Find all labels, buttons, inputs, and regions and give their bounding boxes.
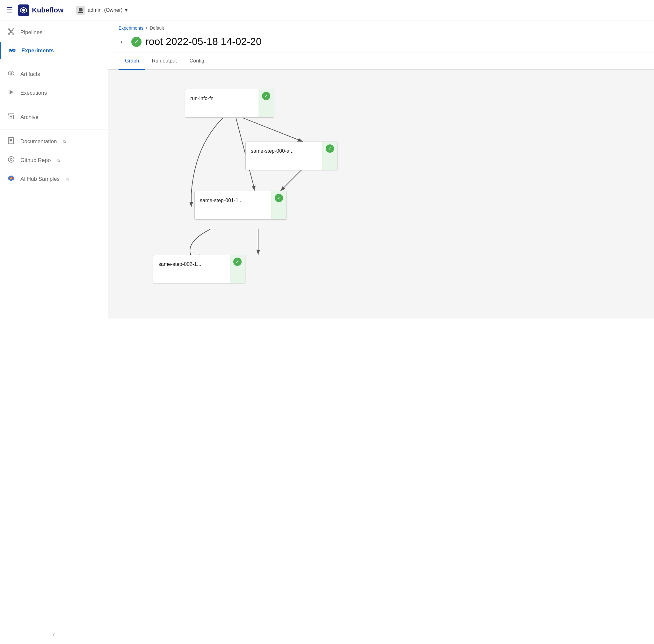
- tab-config[interactable]: Config: [183, 53, 211, 70]
- node-label-same-step-002: same-step-002-1...: [153, 255, 230, 283]
- node-check-same-step-000: ✓: [326, 144, 334, 153]
- sidebar-item-archive-label: Archive: [20, 114, 39, 120]
- svg-line-30: [242, 118, 303, 142]
- svg-line-12: [11, 32, 14, 33]
- node-check-run-info-fn: ✓: [262, 92, 270, 100]
- svg-rect-2: [79, 8, 83, 12]
- external-link-icon-3: ⧉: [66, 177, 69, 181]
- executions-icon: [8, 89, 15, 97]
- logo-icon: [18, 4, 29, 16]
- svg-line-10: [11, 30, 14, 31]
- node-label-run-info-fn: run-info-fn: [185, 89, 258, 117]
- aihub-icon: [8, 175, 15, 183]
- logo-area: Kubeflow: [18, 4, 64, 16]
- user-area[interactable]: admin (Owner) ▾: [76, 6, 127, 15]
- status-success-icon: ✓: [131, 37, 141, 47]
- hamburger-icon[interactable]: ☰: [6, 6, 13, 14]
- chevron-icon: ▾: [125, 7, 127, 13]
- sidebar-item-executions-label: Executions: [20, 90, 47, 96]
- graph-node-same-step-002[interactable]: same-step-002-1... ✓: [153, 255, 246, 283]
- graph-node-same-step-000[interactable]: same-step-000-a... ✓: [246, 142, 338, 170]
- experiments-icon: [8, 47, 16, 54]
- graph-area: run-info-fn ✓ same-step-000-a... ✓ same-…: [108, 70, 654, 319]
- svg-line-11: [9, 32, 11, 33]
- svg-rect-3: [78, 12, 83, 13]
- svg-line-9: [9, 30, 11, 31]
- external-link-icon: ⧉: [63, 139, 66, 144]
- user-role: (Owner): [104, 7, 123, 13]
- svg-point-25: [10, 159, 12, 160]
- svg-line-32: [280, 169, 303, 191]
- user-icon: [76, 6, 85, 15]
- page-header: ← ✓ root 2022-05-18 14-02-20: [108, 33, 654, 53]
- node-label-same-step-001: same-step-001-1...: [195, 191, 271, 219]
- back-button[interactable]: ←: [119, 37, 127, 47]
- svg-point-8: [13, 33, 14, 34]
- sidebar-divider-1: [0, 62, 108, 62]
- tabs: Graph Run output Config: [108, 53, 654, 70]
- sidebar-item-experiments[interactable]: Experiments: [0, 42, 108, 59]
- sidebar-item-aihub-label: AI Hub Samples: [20, 176, 60, 182]
- top-nav: ☰ Kubeflow admin (Owner) ▾: [0, 0, 654, 20]
- graph-node-same-step-001[interactable]: same-step-001-1... ✓: [194, 191, 287, 220]
- sidebar-item-artifacts-label: Artifacts: [20, 71, 40, 77]
- sidebar: Pipelines Experiments Artifacts: [0, 20, 108, 644]
- sidebar-bottom: ‹: [0, 625, 108, 644]
- breadcrumb-sep: >: [145, 25, 148, 30]
- page-title: root 2022-05-18 14-02-20: [145, 36, 262, 47]
- main-content: Experiments > Default ← ✓ root 2022-05-1…: [108, 20, 654, 644]
- svg-point-5: [13, 29, 14, 30]
- user-name: admin: [88, 7, 102, 13]
- tab-run-output[interactable]: Run output: [145, 53, 183, 70]
- breadcrumb-experiments[interactable]: Experiments: [119, 25, 143, 30]
- archive-icon: [8, 113, 15, 121]
- sidebar-collapse-btn[interactable]: ‹: [0, 625, 108, 644]
- sidebar-item-pipelines-label: Pipelines: [20, 29, 42, 36]
- sidebar-item-experiments-label: Experiments: [21, 47, 54, 54]
- svg-point-4: [8, 29, 9, 30]
- sidebar-divider-2: [0, 105, 108, 105]
- app-layout: Pipelines Experiments Artifacts: [0, 20, 654, 644]
- svg-marker-1: [22, 8, 25, 12]
- node-label-same-step-000: same-step-000-a...: [246, 142, 322, 170]
- artifacts-icon: [8, 70, 15, 78]
- documentation-icon: [8, 137, 15, 146]
- sidebar-divider-3: [0, 129, 108, 130]
- svg-marker-15: [9, 90, 14, 94]
- external-link-icon-2: ⧉: [57, 158, 60, 163]
- sidebar-item-aihub[interactable]: AI Hub Samples ⧉: [0, 169, 108, 188]
- sidebar-item-executions[interactable]: Executions: [0, 84, 108, 102]
- sidebar-item-documentation-label: Documentation: [20, 138, 57, 145]
- logo-text: Kubeflow: [32, 6, 64, 14]
- breadcrumb-default: Default: [150, 25, 164, 30]
- tab-graph[interactable]: Graph: [119, 53, 145, 70]
- sidebar-item-github-label: Github Repo: [20, 157, 51, 164]
- graph-node-run-info-fn[interactable]: run-info-fn ✓: [185, 89, 274, 118]
- sidebar-item-artifacts[interactable]: Artifacts: [0, 65, 108, 84]
- sidebar-item-pipelines[interactable]: Pipelines: [0, 23, 108, 42]
- node-status-run-info-fn: ✓: [258, 89, 274, 117]
- node-check-same-step-002: ✓: [233, 258, 241, 266]
- node-status-same-step-000: ✓: [322, 142, 337, 170]
- sidebar-item-archive[interactable]: Archive: [0, 108, 108, 127]
- collapse-icon: ‹: [53, 630, 55, 639]
- sidebar-item-github[interactable]: Github Repo ⧉: [0, 151, 108, 169]
- sidebar-item-documentation[interactable]: Documentation ⧉: [0, 132, 108, 151]
- pipelines-icon: [8, 28, 15, 37]
- node-check-same-step-001: ✓: [275, 194, 283, 202]
- node-status-same-step-002: ✓: [230, 255, 245, 283]
- svg-point-6: [10, 31, 12, 32]
- node-status-same-step-001: ✓: [271, 191, 286, 219]
- breadcrumb: Experiments > Default: [108, 20, 654, 33]
- pipeline-graph: run-info-fn ✓ same-step-000-a... ✓ same-…: [121, 83, 641, 306]
- github-icon: [8, 156, 15, 164]
- svg-point-7: [8, 33, 9, 34]
- sidebar-divider-4: [0, 191, 108, 191]
